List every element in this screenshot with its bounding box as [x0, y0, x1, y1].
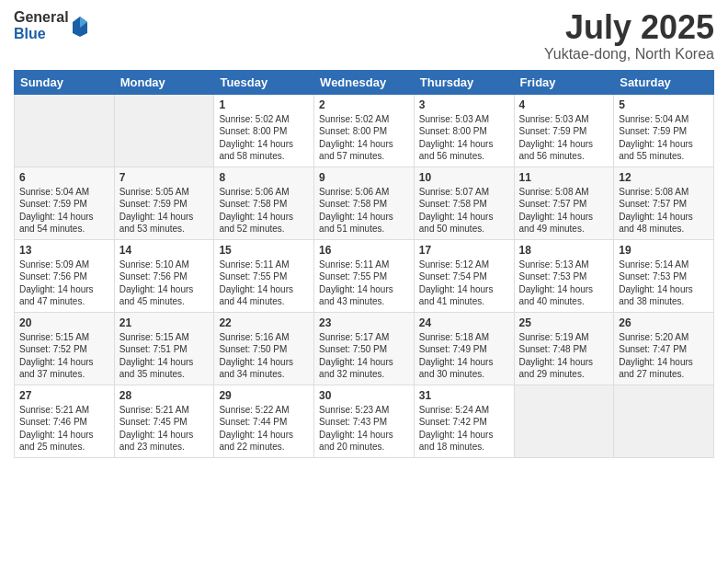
day-info: Sunrise: 5:17 AMSunset: 7:50 PMDaylight:… [319, 331, 409, 381]
day-number: 27 [19, 389, 109, 402]
weekday-header-row: SundayMondayTuesdayWednesdayThursdayFrid… [15, 70, 714, 94]
day-info: Sunrise: 5:02 AMSunset: 8:00 PMDaylight:… [319, 113, 409, 163]
calendar-week-1: 6Sunrise: 5:04 AMSunset: 7:59 PMDaylight… [15, 167, 714, 239]
calendar-week-0: 1Sunrise: 5:02 AMSunset: 8:00 PMDaylight… [15, 94, 714, 167]
day-number: 17 [419, 244, 509, 257]
calendar-cell: 28Sunrise: 5:21 AMSunset: 7:45 PMDayligh… [114, 385, 214, 457]
calendar-cell: 10Sunrise: 5:07 AMSunset: 7:58 PMDayligh… [414, 167, 514, 239]
logo-blue: Blue [14, 26, 69, 42]
weekday-header-friday: Friday [514, 70, 614, 94]
day-info: Sunrise: 5:09 AMSunset: 7:56 PMDaylight:… [19, 259, 109, 308]
calendar-cell: 21Sunrise: 5:15 AMSunset: 7:51 PMDayligh… [114, 312, 214, 385]
day-info: Sunrise: 5:15 AMSunset: 7:52 PMDaylight:… [19, 331, 109, 381]
day-info: Sunrise: 5:16 AMSunset: 7:50 PMDaylight:… [219, 331, 309, 381]
calendar-cell: 29Sunrise: 5:22 AMSunset: 7:44 PMDayligh… [214, 385, 314, 457]
day-number: 21 [119, 316, 210, 329]
day-info: Sunrise: 5:15 AMSunset: 7:51 PMDaylight:… [119, 331, 210, 381]
day-info: Sunrise: 5:02 AMSunset: 8:00 PMDaylight:… [219, 113, 309, 163]
calendar-cell: 11Sunrise: 5:08 AMSunset: 7:57 PMDayligh… [514, 167, 614, 239]
day-info: Sunrise: 5:06 AMSunset: 7:58 PMDaylight:… [219, 186, 309, 236]
day-number: 9 [319, 171, 409, 184]
calendar-week-3: 20Sunrise: 5:15 AMSunset: 7:52 PMDayligh… [15, 312, 714, 385]
day-info: Sunrise: 5:21 AMSunset: 7:46 PMDaylight:… [19, 404, 109, 454]
day-number: 2 [319, 98, 409, 111]
calendar-cell: 31Sunrise: 5:24 AMSunset: 7:42 PMDayligh… [414, 385, 514, 457]
logo-text: General Blue [14, 9, 69, 41]
calendar-cell: 23Sunrise: 5:17 AMSunset: 7:50 PMDayligh… [314, 312, 415, 385]
day-number: 11 [519, 171, 609, 184]
calendar-cell: 24Sunrise: 5:18 AMSunset: 7:49 PMDayligh… [414, 312, 514, 385]
day-info: Sunrise: 5:11 AMSunset: 7:55 PMDaylight:… [219, 259, 309, 308]
calendar-cell: 30Sunrise: 5:23 AMSunset: 7:43 PMDayligh… [314, 385, 415, 457]
day-info: Sunrise: 5:24 AMSunset: 7:42 PMDaylight:… [419, 404, 509, 454]
calendar-cell [614, 385, 714, 457]
calendar-cell [15, 94, 115, 167]
weekday-header-wednesday: Wednesday [314, 70, 415, 94]
day-number: 4 [519, 98, 609, 111]
day-number: 7 [119, 171, 210, 184]
day-number: 13 [19, 244, 109, 257]
calendar-cell: 26Sunrise: 5:20 AMSunset: 7:47 PMDayligh… [614, 312, 714, 385]
day-number: 6 [19, 171, 109, 184]
day-number: 19 [619, 244, 709, 257]
day-number: 22 [219, 316, 309, 329]
month-title: July 2025 [544, 9, 714, 46]
day-info: Sunrise: 5:20 AMSunset: 7:47 PMDaylight:… [619, 331, 709, 381]
calendar-week-2: 13Sunrise: 5:09 AMSunset: 7:56 PMDayligh… [15, 239, 714, 312]
day-number: 14 [119, 244, 210, 257]
calendar-cell: 17Sunrise: 5:12 AMSunset: 7:54 PMDayligh… [414, 239, 514, 312]
day-number: 12 [619, 171, 709, 184]
day-info: Sunrise: 5:08 AMSunset: 7:57 PMDaylight:… [519, 186, 609, 236]
header: General Blue July 2025 Yuktae-dong, Nort… [14, 9, 714, 63]
day-number: 10 [419, 171, 509, 184]
day-info: Sunrise: 5:05 AMSunset: 7:59 PMDaylight:… [119, 186, 210, 236]
day-number: 15 [219, 244, 309, 257]
calendar-cell: 13Sunrise: 5:09 AMSunset: 7:56 PMDayligh… [15, 239, 115, 312]
calendar-week-4: 27Sunrise: 5:21 AMSunset: 7:46 PMDayligh… [15, 385, 714, 457]
calendar-cell: 8Sunrise: 5:06 AMSunset: 7:58 PMDaylight… [214, 167, 314, 239]
day-info: Sunrise: 5:10 AMSunset: 7:56 PMDaylight:… [119, 259, 210, 308]
day-info: Sunrise: 5:22 AMSunset: 7:44 PMDaylight:… [219, 404, 309, 454]
calendar-cell: 4Sunrise: 5:03 AMSunset: 7:59 PMDaylight… [514, 94, 614, 167]
calendar-cell: 22Sunrise: 5:16 AMSunset: 7:50 PMDayligh… [214, 312, 314, 385]
calendar-cell: 18Sunrise: 5:13 AMSunset: 7:53 PMDayligh… [514, 239, 614, 312]
calendar-cell [114, 94, 214, 167]
day-number: 5 [619, 98, 709, 111]
calendar-cell: 19Sunrise: 5:14 AMSunset: 7:53 PMDayligh… [614, 239, 714, 312]
calendar-cell: 25Sunrise: 5:19 AMSunset: 7:48 PMDayligh… [514, 312, 614, 385]
day-info: Sunrise: 5:18 AMSunset: 7:49 PMDaylight:… [419, 331, 509, 381]
title-block: July 2025 Yuktae-dong, North Korea [544, 9, 714, 63]
logo-icon [71, 15, 89, 37]
calendar-cell: 16Sunrise: 5:11 AMSunset: 7:55 PMDayligh… [314, 239, 415, 312]
day-number: 3 [419, 98, 509, 111]
day-number: 18 [519, 244, 609, 257]
day-number: 20 [19, 316, 109, 329]
logo-general: General [14, 9, 69, 26]
day-info: Sunrise: 5:04 AMSunset: 7:59 PMDaylight:… [619, 113, 709, 163]
day-info: Sunrise: 5:07 AMSunset: 7:58 PMDaylight:… [419, 186, 509, 236]
day-info: Sunrise: 5:19 AMSunset: 7:48 PMDaylight:… [519, 331, 609, 381]
day-number: 16 [319, 244, 409, 257]
day-info: Sunrise: 5:11 AMSunset: 7:55 PMDaylight:… [319, 259, 409, 308]
day-info: Sunrise: 5:03 AMSunset: 8:00 PMDaylight:… [419, 113, 509, 163]
calendar-cell: 12Sunrise: 5:08 AMSunset: 7:57 PMDayligh… [614, 167, 714, 239]
calendar-cell: 3Sunrise: 5:03 AMSunset: 8:00 PMDaylight… [414, 94, 514, 167]
calendar-cell: 5Sunrise: 5:04 AMSunset: 7:59 PMDaylight… [614, 94, 714, 167]
calendar-cell: 20Sunrise: 5:15 AMSunset: 7:52 PMDayligh… [15, 312, 115, 385]
location-subtitle: Yuktae-dong, North Korea [544, 46, 714, 63]
calendar-cell: 14Sunrise: 5:10 AMSunset: 7:56 PMDayligh… [114, 239, 214, 312]
calendar-cell: 9Sunrise: 5:06 AMSunset: 7:58 PMDaylight… [314, 167, 415, 239]
calendar-cell: 2Sunrise: 5:02 AMSunset: 8:00 PMDaylight… [314, 94, 415, 167]
day-number: 30 [319, 389, 409, 402]
calendar-cell: 7Sunrise: 5:05 AMSunset: 7:59 PMDaylight… [114, 167, 214, 239]
day-info: Sunrise: 5:08 AMSunset: 7:57 PMDaylight:… [619, 186, 709, 236]
calendar-cell: 1Sunrise: 5:02 AMSunset: 8:00 PMDaylight… [214, 94, 314, 167]
day-info: Sunrise: 5:06 AMSunset: 7:58 PMDaylight:… [319, 186, 409, 236]
day-info: Sunrise: 5:04 AMSunset: 7:59 PMDaylight:… [19, 186, 109, 236]
day-number: 25 [519, 316, 609, 329]
day-number: 31 [419, 389, 509, 402]
weekday-header-sunday: Sunday [15, 70, 115, 94]
calendar-cell: 6Sunrise: 5:04 AMSunset: 7:59 PMDaylight… [15, 167, 115, 239]
day-number: 26 [619, 316, 709, 329]
calendar-table: SundayMondayTuesdayWednesdayThursdayFrid… [14, 70, 714, 458]
